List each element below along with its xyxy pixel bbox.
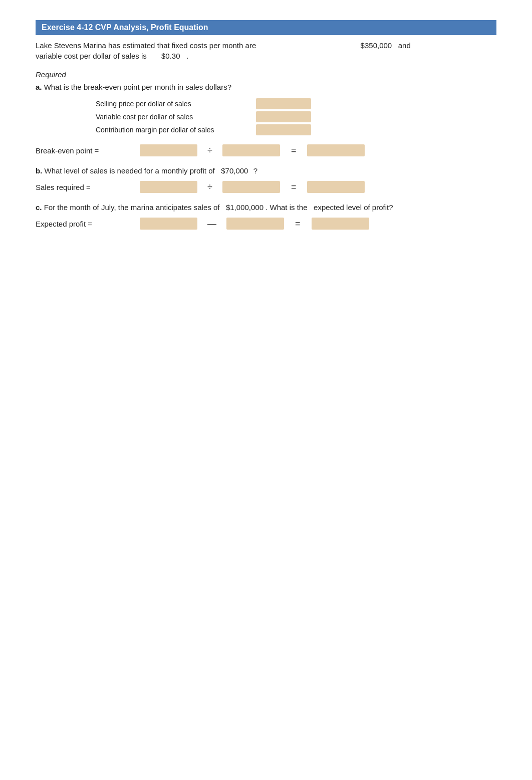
contribution-row-2-value: [256, 111, 311, 122]
sales-required-operator: ÷: [207, 182, 212, 192]
intro-line1: Lake Stevens Marina has estimated that f…: [36, 41, 496, 50]
contribution-row-1-label: Selling price per dollar of sales: [96, 100, 256, 108]
question-c-section: c. For the month of July, the marina ant…: [36, 203, 496, 230]
page-container: Exercise 4-12 CVP Analysis, Profit Equat…: [21, 10, 511, 250]
expected-profit-label: Expected profit =: [36, 220, 136, 228]
contribution-row-3-value: [256, 124, 311, 135]
sales-required-equals: =: [291, 182, 297, 192]
variable-cost-value: $0.30: [161, 52, 180, 60]
contribution-row-3-label: Contribution margin per dollar of sales: [96, 126, 256, 134]
break-even-box-1: [140, 144, 197, 156]
question-c-sales: $1,000,000: [226, 203, 263, 212]
question-b-label: b. What level of sales is needed for a m…: [36, 166, 496, 175]
contribution-row-2-label: Variable cost per dollar of sales: [96, 113, 256, 121]
question-a-text: What is the break-even point per month i…: [44, 83, 231, 91]
question-c-period: . What is the: [265, 203, 307, 212]
question-a-letter: a.: [36, 83, 42, 91]
sales-required-result: [307, 181, 365, 193]
sales-required-box-2: [222, 181, 280, 193]
question-c-label: c. For the month of July, the marina ant…: [36, 203, 496, 212]
question-c-line2: expected level of profit?: [314, 203, 393, 212]
exercise-title: Exercise 4-12 CVP Analysis, Profit Equat…: [42, 23, 208, 32]
break-even-box-2: [222, 144, 280, 156]
question-b-text: What level of sales is needed for a mont…: [45, 166, 215, 175]
contribution-row-1: Selling price per dollar of sales: [96, 98, 496, 109]
break-even-operator: ÷: [207, 145, 212, 156]
question-b-profit: $70,000: [221, 166, 248, 175]
required-section: Required: [36, 70, 496, 79]
exercise-header: Exercise 4-12 CVP Analysis, Profit Equat…: [36, 20, 496, 35]
question-c-letter: c.: [36, 203, 42, 212]
expected-profit-operator: —: [207, 219, 216, 229]
sales-required-label: Sales required =: [36, 183, 136, 191]
expected-profit-box-1: [140, 218, 197, 230]
break-even-formula: Break-even point = ÷ =: [36, 144, 496, 156]
break-even-label: Break-even point =: [36, 146, 136, 155]
question-b-qmark: ?: [253, 166, 257, 175]
contribution-row-2: Variable cost per dollar of sales: [96, 111, 496, 122]
intro-line2: variable cost per dollar of sales is $0.…: [36, 52, 496, 60]
question-b-letter: b.: [36, 166, 42, 175]
break-even-result: [307, 144, 365, 156]
expected-profit-result: [312, 218, 369, 230]
contribution-row-3: Contribution margin per dollar of sales: [96, 124, 496, 135]
intro-text-2: variable cost per dollar of sales is: [36, 52, 147, 60]
period: .: [186, 52, 188, 60]
contribution-table: Selling price per dollar of sales Variab…: [96, 98, 496, 135]
question-c-text: For the month of July, the marina antici…: [44, 203, 220, 212]
expected-profit-equals: =: [295, 219, 301, 229]
question-b-section: b. What level of sales is needed for a m…: [36, 166, 496, 193]
question-a-section: a. What is the break-even point per mont…: [36, 83, 496, 156]
question-a-label: a. What is the break-even point per mont…: [36, 83, 496, 91]
sales-required-formula: Sales required = ÷ =: [36, 181, 496, 193]
and-text: and: [398, 41, 411, 50]
expected-profit-box-2: [226, 218, 284, 230]
required-label: Required: [36, 70, 496, 79]
break-even-equals: =: [291, 145, 297, 156]
expected-profit-formula: Expected profit = — =: [36, 218, 496, 230]
fixed-cost-value: $350,000: [361, 41, 392, 50]
sales-required-box-1: [140, 181, 197, 193]
intro-text-1: Lake Stevens Marina has estimated that f…: [36, 41, 256, 50]
contribution-row-1-value: [256, 98, 311, 109]
